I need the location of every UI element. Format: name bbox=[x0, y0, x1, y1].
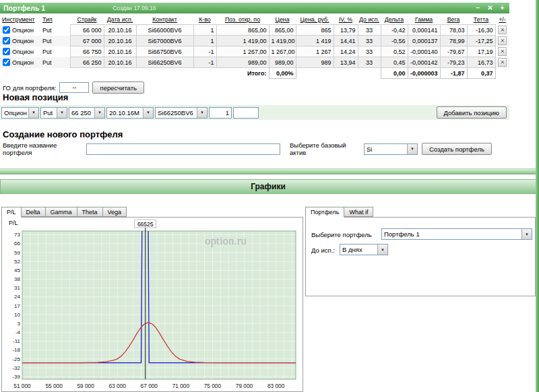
price-input[interactable] bbox=[233, 107, 259, 119]
table-row: Опцион Put 66 750 20.10.16 Si66750BV6 -1… bbox=[0, 46, 509, 57]
svg-text:38: 38 bbox=[14, 276, 20, 282]
svg-text:-11: -11 bbox=[13, 338, 21, 344]
portfolio-select[interactable]: Портфель 1 ▼ bbox=[381, 228, 532, 240]
price-rub-cell: 1 419 bbox=[296, 36, 334, 46]
type-cell: Put bbox=[40, 25, 70, 36]
theta-cell: 17,19 bbox=[467, 46, 495, 57]
date-cell: 20.10.16 bbox=[104, 57, 136, 68]
svg-text:66: 66 bbox=[14, 240, 20, 247]
exp-date-select[interactable]: 20.10.16M ▼ bbox=[106, 107, 154, 119]
svg-text:-39: -39 bbox=[12, 374, 20, 380]
iv-cell: 14,24 bbox=[334, 46, 358, 57]
charts-section-header: Графики bbox=[0, 179, 536, 194]
selected-asset: Si bbox=[364, 145, 407, 153]
delete-row-button[interactable]: ✕ bbox=[498, 47, 507, 56]
iv-cell: 14,41 bbox=[334, 36, 358, 46]
type-cell: Put bbox=[40, 46, 70, 57]
tab-delta[interactable]: Delta bbox=[22, 207, 46, 217]
create-portfolio-title: Создание нового портфеля bbox=[3, 129, 123, 139]
col-header-strike[interactable]: Страйк bbox=[70, 15, 104, 25]
margin-row: ГО для портфеля: пересчитать bbox=[0, 81, 509, 94]
selected-contract: Si66250BV6 bbox=[156, 109, 197, 117]
price-cell: 1 419,00 bbox=[269, 36, 296, 46]
row-enabled-checkbox[interactable] bbox=[3, 59, 10, 66]
tab-what-if[interactable]: What if bbox=[344, 207, 373, 217]
col-header-iv[interactable]: IV, % bbox=[334, 15, 358, 25]
recalculate-button[interactable]: пересчитать bbox=[92, 81, 144, 94]
portfolio-name-input[interactable] bbox=[86, 143, 280, 155]
tab-gamma[interactable]: Gamma bbox=[46, 207, 77, 217]
add-icon[interactable]: + bbox=[499, 3, 506, 13]
instrument-label: Опцион bbox=[12, 38, 34, 44]
row-enabled-checkbox[interactable] bbox=[3, 48, 10, 55]
selected-strike: 66 250 bbox=[69, 109, 94, 117]
vega-cell: 78,99 bbox=[440, 36, 467, 46]
svg-text:71 000: 71 000 bbox=[172, 383, 190, 389]
portfolio-created-date: Создан 17.09.16 bbox=[113, 5, 156, 11]
price-rub-cell: 1 267 bbox=[296, 46, 334, 57]
delta-cell: 0,52 bbox=[381, 46, 408, 57]
col-header-open-pos[interactable]: Поз. откр. по bbox=[216, 15, 269, 25]
create-portfolio-button[interactable]: Создать портфель bbox=[422, 143, 492, 155]
separator-bar bbox=[0, 168, 536, 174]
delete-row-button[interactable]: ✕ bbox=[498, 36, 507, 45]
row-enabled-checkbox[interactable] bbox=[3, 26, 10, 34]
col-header-price[interactable]: Цена bbox=[269, 15, 296, 25]
delete-row-button[interactable]: ✕ bbox=[498, 58, 507, 67]
svg-text:83 000: 83 000 bbox=[267, 383, 285, 389]
portfolio-titlebar: Портфель 1 Создан 17.09.16 − ✕ + bbox=[0, 3, 509, 13]
tab-theta[interactable]: Theta bbox=[77, 207, 103, 217]
vega-cell: -79,23 bbox=[440, 57, 467, 68]
new-position-title: Новая позиция bbox=[3, 92, 68, 102]
days-mode-select[interactable]: В днях ▼ bbox=[340, 244, 388, 255]
col-header-theta[interactable]: Тетта bbox=[467, 15, 495, 25]
col-header-delta[interactable]: Дельта bbox=[381, 15, 408, 25]
new-position-row: Опцион ▼ Put ▼ 66 250 ▼ 20.10.16M ▼ Si66… bbox=[0, 105, 509, 120]
svg-text:24: 24 bbox=[14, 294, 20, 300]
col-header-instrument[interactable]: Инструмент bbox=[0, 15, 40, 25]
svg-text:-18: -18 bbox=[12, 347, 20, 353]
totals-pct: 0,00% bbox=[269, 68, 296, 79]
gamma-cell: -0,000142 bbox=[408, 57, 440, 68]
col-header-days[interactable]: До исп. bbox=[358, 15, 381, 25]
col-header-vega[interactable]: Вега bbox=[440, 15, 467, 25]
close-icon[interactable]: ✕ bbox=[486, 3, 494, 13]
instrument-label: Опцион bbox=[12, 48, 34, 55]
add-position-button[interactable]: Добавить позицию bbox=[437, 106, 507, 119]
option-type-select[interactable]: Put ▼ bbox=[40, 107, 67, 119]
row-enabled-checkbox[interactable] bbox=[3, 37, 10, 44]
table-row: Опцион Put 67 000 20.10.16 Si67000BV6 1 … bbox=[0, 36, 509, 46]
date-cell: 20.10.16 bbox=[104, 36, 136, 46]
margin-value-input[interactable] bbox=[59, 82, 89, 93]
minimize-icon[interactable]: − bbox=[474, 3, 482, 13]
contract-select[interactable]: Si66250BV6 ▼ bbox=[155, 107, 208, 119]
tab-vega[interactable]: Vega bbox=[103, 207, 127, 217]
price-cell: 865,00 bbox=[269, 25, 296, 36]
open-pos-cell: 865,00 bbox=[216, 25, 269, 36]
instrument-select[interactable]: Опцион ▼ bbox=[1, 107, 39, 119]
days-cell: 33 bbox=[358, 57, 381, 68]
selected-instrument: Опцион bbox=[2, 109, 28, 117]
delete-row-button[interactable]: ✕ bbox=[498, 26, 507, 34]
col-header-gamma[interactable]: Гамма bbox=[408, 15, 440, 25]
base-asset-select[interactable]: Si ▼ bbox=[364, 143, 418, 155]
chevron-down-icon: ▼ bbox=[94, 108, 104, 118]
tab-pl[interactable]: P/L bbox=[1, 207, 22, 218]
chevron-down-icon: ▼ bbox=[57, 108, 67, 118]
svg-text:-32: -32 bbox=[12, 365, 20, 371]
open-pos-cell: 1 267,00 bbox=[216, 46, 269, 57]
svg-text:10: 10 bbox=[14, 312, 20, 318]
col-header-contract[interactable]: Контракт bbox=[136, 15, 193, 25]
tab-portfolio[interactable]: Портфель bbox=[305, 207, 344, 218]
chevron-down-icon: ▼ bbox=[407, 144, 417, 154]
totals-gamma: -0,000003 bbox=[408, 68, 440, 79]
price-rub-cell: 865 bbox=[296, 25, 334, 36]
date-cell: 20.10.16 bbox=[104, 25, 136, 36]
col-header-type[interactable]: Тип bbox=[40, 15, 70, 25]
col-header-exp-date[interactable]: Дата исп. bbox=[104, 15, 136, 25]
quantity-input[interactable] bbox=[209, 107, 232, 119]
totals-theta: 0,37 bbox=[467, 68, 495, 79]
col-header-price-rub[interactable]: Цена, руб. bbox=[296, 15, 334, 25]
strike-select[interactable]: 66 250 ▼ bbox=[69, 107, 105, 119]
col-header-qty[interactable]: К-во bbox=[193, 15, 216, 25]
